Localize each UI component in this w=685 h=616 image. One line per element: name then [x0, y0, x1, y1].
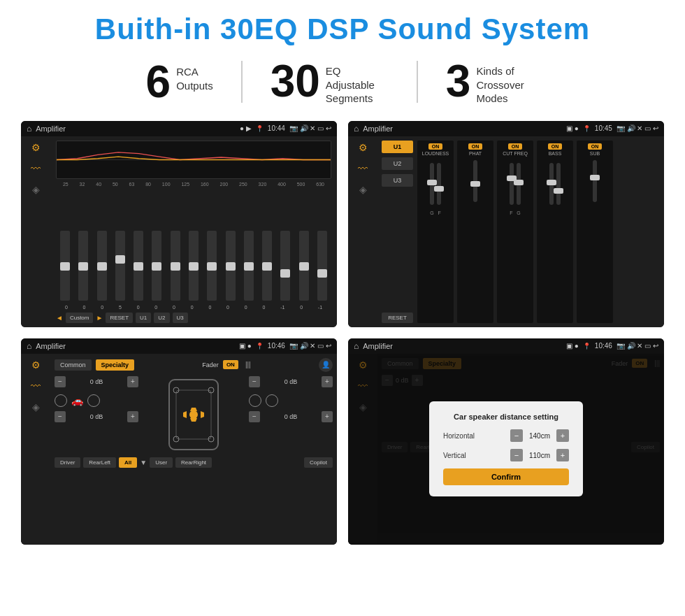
fader-plus-1[interactable]: +: [127, 376, 138, 387]
screen-fader: ⌂ Amplifier ▣ ● 📍 10:46 📷 🔊 ✕ ▭ ↩ ⚙ 〰 ◈ …: [21, 338, 337, 545]
bass-slider-1[interactable]: [549, 163, 554, 205]
bass-label: BASS: [549, 151, 562, 156]
vertical-plus-btn[interactable]: +: [556, 449, 569, 461]
loudness-slider-2[interactable]: [437, 163, 441, 205]
cutfreq-label: CUT FREQ: [503, 151, 528, 156]
eq-sidebar-icon3[interactable]: ◈: [32, 184, 40, 195]
eq-slider-9[interactable]: [226, 231, 236, 301]
eq-slider-0[interactable]: [60, 231, 70, 301]
home-icon[interactable]: ⌂: [27, 124, 31, 134]
speaker-distance-dialog: Car speaker distance setting Horizontal …: [348, 354, 664, 545]
eq-slider-8[interactable]: [207, 231, 217, 301]
sub-slider[interactable]: [593, 160, 597, 202]
confirm-button[interactable]: Confirm: [443, 468, 569, 485]
fader-plus-4[interactable]: +: [322, 411, 333, 422]
eq-slider-12[interactable]: [280, 231, 290, 301]
topbar-fader-controls: 📷 🔊 ✕ ▭ ↩: [289, 342, 331, 350]
loudness-toggle[interactable]: ON: [428, 143, 443, 150]
eq-sidebar-icon1[interactable]: ⚙: [31, 142, 41, 153]
main-title: Buith-in 30EQ DSP Sound System: [21, 13, 664, 46]
fader-toggle[interactable]: ON: [223, 360, 238, 369]
fader-common-tab[interactable]: Common: [55, 359, 92, 371]
eq-u1-btn[interactable]: U1: [136, 313, 151, 323]
eq-slider-13[interactable]: [299, 231, 309, 301]
horizontal-label: Horizontal: [443, 432, 475, 440]
fader-rearleft-btn[interactable]: RearLeft: [83, 457, 116, 468]
vertical-minus-btn[interactable]: −: [510, 449, 523, 461]
fader-all-btn[interactable]: All: [119, 457, 137, 468]
horizontal-plus-btn[interactable]: +: [556, 429, 569, 442]
fader-db-row-2: − 0 dB +: [55, 411, 138, 422]
home-icon-dsp[interactable]: ⌂: [354, 124, 359, 134]
cutfreq-toggle[interactable]: ON: [508, 143, 523, 150]
dsp-sidebar-icon3[interactable]: ◈: [359, 184, 367, 195]
fader-minus-2[interactable]: −: [55, 411, 66, 422]
sub-toggle[interactable]: ON: [588, 143, 603, 150]
dialog-body: ⚙ 〰 ◈ Common Specialty Fader ON |||: [348, 354, 664, 545]
eq-slider-4[interactable]: [134, 231, 143, 301]
dialog-horizontal-row: Horizontal − 140cm +: [443, 429, 569, 442]
topbar-eq: ⌂ Amplifier ● ▶ 📍 10:44 📷 🔊 ✕ ▭ ↩: [21, 121, 337, 136]
eq-reset-btn[interactable]: RESET: [106, 313, 133, 323]
home-icon-fader[interactable]: ⌂: [27, 341, 31, 351]
eq-body: ⚙ 〰 ◈ 25 32 40: [21, 136, 337, 327]
eq-sidebar-icon2[interactable]: 〰: [31, 163, 41, 174]
eq-next-arrow[interactable]: ►: [96, 314, 103, 322]
eq-u3-btn[interactable]: U3: [173, 313, 188, 323]
fader-minus-4[interactable]: −: [249, 411, 260, 422]
fader-driver-btn[interactable]: Driver: [55, 457, 80, 468]
horizontal-minus-btn[interactable]: −: [510, 429, 523, 442]
eq-slider-6[interactable]: [171, 231, 180, 301]
phat-toggle[interactable]: ON: [468, 143, 483, 150]
fader-tab-row: Common Specialty Fader ON ||| 👤: [55, 358, 333, 372]
eq-custom-btn[interactable]: Custom: [66, 313, 94, 323]
dsp-u3-btn[interactable]: U3: [382, 174, 413, 187]
fader-settings-icon[interactable]: 👤: [319, 358, 333, 372]
stat-eq: 30 EQ Adjustable Segments: [243, 59, 417, 106]
eq-slider-10[interactable]: [244, 231, 254, 301]
topbar-fader-title: Amplifier: [36, 342, 235, 350]
fader-sidebar-icon3[interactable]: ◈: [32, 401, 40, 413]
fader-car-diagram: [144, 376, 243, 453]
eq-slider-2[interactable]: [97, 231, 107, 301]
topbar-dialog-controls: 📷 🔊 ✕ ▭ ↩: [616, 342, 658, 350]
fader-rearright-btn[interactable]: RearRight: [175, 457, 212, 468]
loudness-slider-1[interactable]: [430, 163, 434, 205]
eq-prev-arrow[interactable]: ◄: [56, 314, 63, 322]
fader-specialty-tab[interactable]: Specialty: [96, 359, 135, 371]
fader-sidebar-icon2[interactable]: 〰: [31, 380, 41, 392]
fader-down-arrow[interactable]: ▼: [140, 459, 147, 466]
eq-slider-5[interactable]: [152, 231, 161, 301]
bass-slider-2[interactable]: [556, 163, 561, 205]
speaker-icon-rr: [266, 394, 278, 407]
fader-user-btn[interactable]: User: [150, 457, 173, 468]
eq-slider-3[interactable]: [115, 231, 125, 301]
dsp-sidebar-icon1[interactable]: ⚙: [359, 142, 368, 153]
fader-plus-3[interactable]: +: [322, 376, 333, 387]
fader-minus-1[interactable]: −: [55, 376, 66, 387]
fader-copilot-btn[interactable]: Copilot: [304, 457, 333, 468]
dsp-sidebar-icon2[interactable]: 〰: [358, 163, 368, 174]
home-icon-dialog[interactable]: ⌂: [354, 341, 359, 351]
eq-slider-1[interactable]: [78, 231, 88, 301]
phat-slider[interactable]: [473, 160, 477, 202]
fader-plus-2[interactable]: +: [127, 411, 138, 422]
bass-toggle[interactable]: ON: [548, 143, 563, 150]
fader-minus-3[interactable]: −: [249, 376, 260, 387]
fader-sidebar-icon1[interactable]: ⚙: [31, 359, 41, 371]
dsp-reset-btn[interactable]: RESET: [382, 313, 413, 323]
eq-slider-14[interactable]: [317, 231, 327, 301]
dsp-u1-btn[interactable]: U1: [382, 141, 413, 153]
eq-u2-btn[interactable]: U2: [154, 313, 169, 323]
cutfreq-slider-2[interactable]: [517, 163, 521, 205]
dsp-presets: U1 U2 U3 RESET: [382, 141, 413, 323]
dsp-u2-btn[interactable]: U2: [382, 157, 413, 170]
eq-slider-11[interactable]: [262, 231, 272, 301]
fader-main-content: Common Specialty Fader ON ||| 👤 −: [50, 354, 337, 545]
topbar-eq-time: 10:44: [268, 124, 285, 132]
fader-db-val-1: 0 dB: [68, 378, 124, 385]
dsp-control-columns: ON LOUDNESS G F ON PHAT: [417, 141, 660, 323]
svg-marker-11: [201, 411, 204, 418]
eq-slider-7[interactable]: [189, 231, 199, 301]
eq-sidebar: ⚙ 〰 ◈: [21, 136, 50, 327]
